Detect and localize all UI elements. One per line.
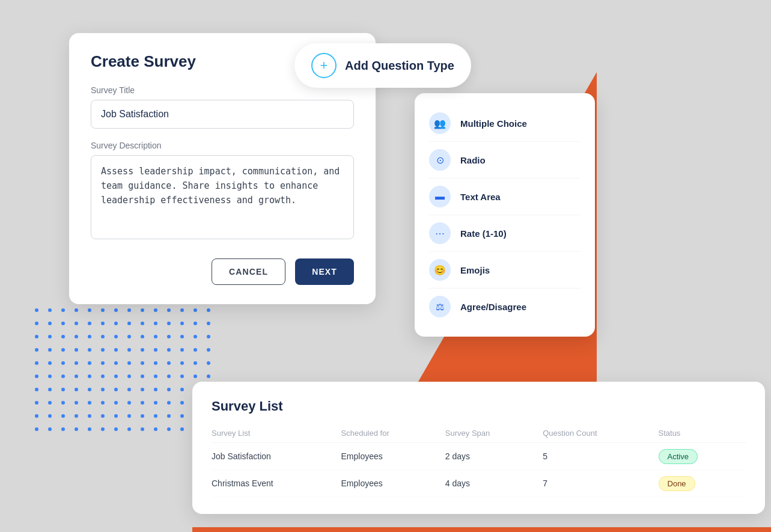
survey-description-textarea[interactable]: Assess leadership impact, communication,… <box>91 155 354 239</box>
survey-list-card: Survey List Survey List Scheduled for Su… <box>192 382 765 514</box>
cell-survey-name: Christmas Event <box>212 470 341 497</box>
question-type-multiple-choice[interactable]: 👥 Multiple Choice <box>429 105 581 142</box>
cell-question-count: 5 <box>543 443 658 470</box>
cell-survey-span: 4 days <box>445 470 543 497</box>
cell-question-count: 7 <box>543 470 658 497</box>
cell-survey-name: Job Satisfaction <box>212 443 341 470</box>
status-badge: Active <box>659 449 698 464</box>
question-type-text-area[interactable]: ▬ Text Area <box>429 179 581 215</box>
agree-disagree-label: Agree/Disagree <box>460 302 526 312</box>
table-header-row: Survey List Scheduled for Survey Span Qu… <box>212 424 746 443</box>
col-question-count: Question Count <box>543 424 658 443</box>
question-type-radio[interactable]: ⊙ Radio <box>429 142 581 179</box>
cancel-button[interactable]: CANCEL <box>212 258 285 285</box>
form-button-row: CANCEL NEXT <box>91 258 354 285</box>
survey-description-label: Survey Description <box>91 141 354 150</box>
survey-title-input[interactable] <box>91 100 354 129</box>
text-area-label: Text Area <box>460 192 501 202</box>
question-types-card: 👥 Multiple Choice ⊙ Radio ▬ Text Area ⋯ … <box>415 93 595 337</box>
col-survey-span: Survey Span <box>445 424 543 443</box>
cell-survey-span: 2 days <box>445 443 543 470</box>
cell-scheduled-for: Employees <box>341 443 445 470</box>
red-bottom-bar <box>192 527 771 532</box>
table-row: Christmas Event Employees 4 days 7 Done <box>212 470 746 497</box>
emojis-label: Emojis <box>460 265 490 275</box>
multiple-choice-icon: 👥 <box>429 112 451 134</box>
question-type-agree-disagree[interactable]: ⚖ Agree/Disagree <box>429 289 581 325</box>
multiple-choice-label: Multiple Choice <box>460 118 527 129</box>
add-question-label: Add Question Type <box>345 59 454 73</box>
cell-scheduled-for: Employees <box>341 470 445 497</box>
question-type-emojis[interactable]: 😊 Emojis <box>429 252 581 289</box>
main-container: const grid = document.querySelector('.do… <box>0 0 771 532</box>
emojis-icon: 😊 <box>429 259 451 281</box>
rate-label: Rate (1-10) <box>460 228 507 239</box>
rate-icon: ⋯ <box>429 222 451 244</box>
question-type-rate[interactable]: ⋯ Rate (1-10) <box>429 215 581 252</box>
add-question-type-button[interactable]: + Add Question Type <box>294 43 471 88</box>
text-area-icon: ▬ <box>429 186 451 207</box>
survey-table: Survey List Scheduled for Survey Span Qu… <box>212 424 746 497</box>
radio-label: Radio <box>460 155 486 165</box>
next-button[interactable]: NEXT <box>295 258 354 285</box>
status-badge: Done <box>659 476 695 491</box>
table-row: Job Satisfaction Employees 2 days 5 Acti… <box>212 443 746 470</box>
cell-status: Done <box>659 470 746 497</box>
add-question-plus-icon: + <box>311 53 337 78</box>
survey-list-title: Survey List <box>212 399 746 414</box>
col-status: Status <box>659 424 746 443</box>
radio-icon: ⊙ <box>429 149 451 171</box>
agree-disagree-icon: ⚖ <box>429 296 451 317</box>
cell-status: Active <box>659 443 746 470</box>
col-survey-list: Survey List <box>212 424 341 443</box>
col-scheduled-for: Scheduled for <box>341 424 445 443</box>
